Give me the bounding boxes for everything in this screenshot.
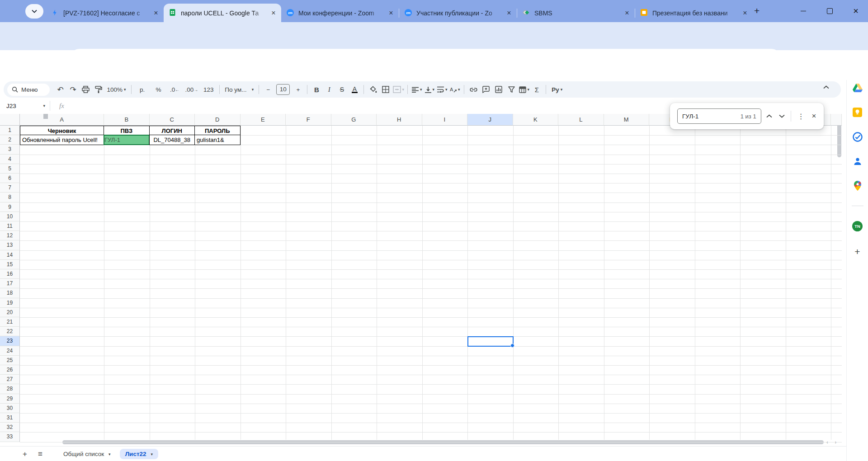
row-header-29[interactable]: 29 [0, 394, 20, 404]
row-header-23[interactable]: 23 [0, 336, 20, 346]
row-header-20[interactable]: 20 [0, 308, 20, 317]
tab-close-icon[interactable]: × [269, 9, 278, 17]
row-header-4[interactable]: 4 [0, 155, 20, 164]
active-cell-selection[interactable] [467, 336, 514, 346]
column-header-F[interactable]: F [286, 114, 331, 126]
contacts-icon[interactable] [853, 157, 862, 166]
column-header-extra[interactable] [831, 114, 842, 126]
row-header-27[interactable]: 27 [0, 375, 20, 384]
row-header-13[interactable]: 13 [0, 240, 20, 250]
window-minimize-button[interactable] [792, 0, 815, 22]
decrease-font-size-button[interactable]: − [262, 84, 274, 95]
column-header-H[interactable]: H [377, 114, 422, 126]
format-percent-button[interactable]: % [151, 84, 166, 95]
font-size-input[interactable]: 10 [276, 84, 290, 95]
column-header-A[interactable]: A [20, 114, 104, 126]
text-rotation-button[interactable]: A ▾ [449, 84, 461, 95]
row-header-2[interactable]: 2 [0, 135, 20, 145]
row-header-12[interactable]: 12 [0, 231, 20, 240]
find-input[interactable]: ГУЛ-1 1 из 1 [677, 108, 761, 124]
freeze-grip[interactable] [43, 114, 48, 119]
browser-tab[interactable]: SBMS× [517, 4, 635, 22]
horizontal-align-button[interactable]: ▾ [411, 84, 423, 95]
cell-B2[interactable]: ГУЛ-1 [104, 135, 150, 145]
row-header-10[interactable]: 10 [0, 212, 20, 221]
sheet-tab-2[interactable]: Лист22▾ [120, 449, 158, 459]
toolbar-search-menu[interactable]: Меню [7, 84, 50, 96]
input-tools-button[interactable]: Ру▾ [549, 84, 565, 95]
window-close-button[interactable]: × [844, 0, 867, 22]
strikethrough-button[interactable]: S [336, 84, 348, 95]
borders-button[interactable] [380, 84, 392, 95]
tab-close-icon[interactable]: × [623, 9, 631, 17]
tab-close-icon[interactable]: × [152, 9, 160, 17]
decrease-decimal-button[interactable]: .0← [167, 84, 183, 95]
tab-close-icon[interactable]: × [741, 9, 749, 17]
sheet-tab-1[interactable]: Общий список▾ [58, 449, 116, 459]
format-currency-button[interactable]: р. [135, 84, 150, 95]
row-header-17[interactable]: 17 [0, 279, 20, 288]
find-next-button[interactable] [777, 114, 788, 118]
maps-icon[interactable] [854, 181, 861, 191]
row-header-6[interactable]: 6 [0, 174, 20, 183]
row-header-26[interactable]: 26 [0, 365, 20, 375]
row-header-21[interactable]: 21 [0, 317, 20, 327]
zoom-select[interactable]: 100%▾ [105, 84, 128, 95]
cell-A2[interactable]: Обновленный пароль Ucell! [20, 135, 104, 145]
row-header-11[interactable]: 11 [0, 221, 20, 231]
print-button[interactable] [80, 84, 92, 95]
redo-button[interactable]: ↷ [67, 84, 79, 95]
row-header-32[interactable]: 32 [0, 423, 20, 432]
italic-button[interactable]: I [323, 84, 335, 95]
column-header-E[interactable]: E [241, 114, 286, 126]
insert-link-button[interactable] [467, 84, 479, 95]
cell-C2[interactable]: DL_70488_38 [149, 135, 195, 145]
row-header-22[interactable]: 22 [0, 327, 20, 336]
row-header-7[interactable]: 7 [0, 183, 20, 193]
row-header-30[interactable]: 30 [0, 404, 20, 413]
row-header-15[interactable]: 15 [0, 260, 20, 269]
column-header-I[interactable]: I [422, 114, 468, 126]
column-header-L[interactable]: L [558, 114, 604, 126]
cell-D1[interactable]: ПАРОЛЬ [194, 126, 241, 136]
name-box[interactable]: J23 ▾ [0, 103, 45, 109]
column-header-G[interactable]: G [331, 114, 377, 126]
find-previous-button[interactable] [764, 114, 774, 118]
increase-decimal-button[interactable]: .00→ [184, 84, 200, 95]
find-options-kebab[interactable]: ⋮ [796, 112, 806, 121]
row-header-5[interactable]: 5 [0, 164, 20, 174]
functions-button[interactable]: Σ [531, 84, 542, 95]
spreadsheet-grid[interactable]: ABCDEFGHIJKLMNOPQ12345678910111213141516… [0, 114, 846, 446]
bold-button[interactable]: B [311, 84, 322, 95]
fill-handle[interactable] [510, 343, 514, 348]
select-all-corner[interactable] [0, 114, 20, 126]
find-close-button[interactable]: × [809, 112, 819, 121]
row-header-18[interactable]: 18 [0, 288, 20, 298]
vertical-scrollbar[interactable] [837, 123, 841, 157]
browser-tab[interactable]: zmМои конференции - Zoom× [281, 4, 399, 22]
row-header-1[interactable]: 1 [0, 126, 20, 135]
tn-addon-icon[interactable]: TN [852, 221, 863, 231]
collapse-toolbar-button[interactable] [823, 85, 829, 89]
insert-comment-button[interactable] [480, 84, 492, 95]
cell-D2[interactable]: gulistan1& [194, 135, 241, 145]
tab-close-icon[interactable]: × [505, 9, 513, 17]
fill-color-button[interactable] [367, 84, 379, 95]
paint-format-button[interactable] [93, 84, 104, 95]
merge-cells-button[interactable]: ▾ [392, 84, 404, 95]
get-addons-button[interactable]: + [854, 246, 860, 257]
row-header-24[interactable]: 24 [0, 346, 20, 356]
row-header-25[interactable]: 25 [0, 356, 20, 365]
row-header-31[interactable]: 31 [0, 413, 20, 423]
tab-search-button[interactable] [25, 4, 43, 19]
vertical-align-button[interactable]: ▾ [424, 84, 435, 95]
cell-B1[interactable]: ПВЗ [104, 126, 150, 136]
row-header-28[interactable]: 28 [0, 384, 20, 394]
add-sheet-button[interactable]: + [17, 450, 33, 459]
font-select[interactable]: По ум...▾ [223, 84, 255, 95]
all-sheets-button[interactable]: ≡ [33, 450, 48, 459]
browser-tab[interactable]: Презентация без названи× [635, 4, 753, 22]
new-tab-button[interactable]: + [754, 5, 760, 16]
row-header-3[interactable]: 3 [0, 145, 20, 154]
text-color-button[interactable]: A [349, 84, 360, 95]
